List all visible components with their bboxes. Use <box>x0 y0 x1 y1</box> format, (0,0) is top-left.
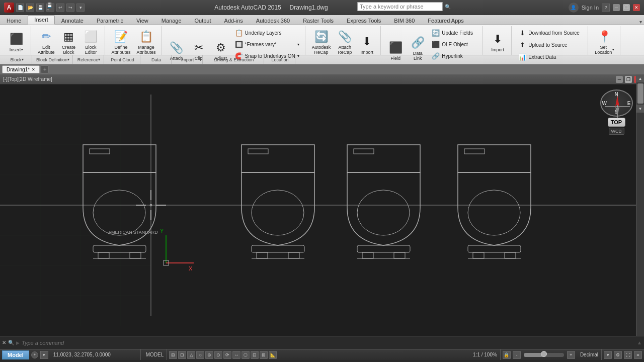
scroll-up-arrow[interactable]: ▲ <box>636 74 644 82</box>
new-tab-button[interactable]: + <box>41 65 49 73</box>
tab-output[interactable]: Output <box>188 16 218 25</box>
data-link-button[interactable]: 🔗 DataLink <box>407 33 428 62</box>
autodesk-recap-button[interactable]: 🔄 AutodeskReCap <box>309 27 334 56</box>
scroll-down-arrow[interactable]: ▼ <box>636 105 644 113</box>
custui-icon[interactable]: ≡ <box>634 351 642 359</box>
quick-access-new[interactable]: 📄 <box>16 4 24 12</box>
grid-display-icon[interactable]: ⊡ <box>178 351 186 359</box>
add-layout-button[interactable]: + <box>31 351 38 358</box>
layout-options-button[interactable]: ▾ <box>40 351 48 359</box>
window-restore[interactable]: ❐ <box>623 4 630 11</box>
insert-button[interactable]: ⬛ Insert▾ <box>5 30 28 54</box>
block-group-label[interactable]: Block <box>2 55 32 64</box>
command-input[interactable] <box>22 340 635 346</box>
attach-recap-icon: 📎 <box>337 29 353 45</box>
tab-rastertools[interactable]: Raster Tools <box>296 16 340 25</box>
svg-rect-40 <box>357 245 410 252</box>
search-input[interactable] <box>357 2 443 11</box>
extract-data-button[interactable]: 📊 Extract Data <box>516 51 585 62</box>
tab-bim360[interactable]: BIM 360 <box>387 16 421 25</box>
tab-expresstools[interactable]: Express Tools <box>340 16 387 25</box>
cmdline-close-icon[interactable]: ✕ <box>2 340 6 345</box>
tab-annotate[interactable]: Annotate <box>55 16 90 25</box>
tab-autodesk360[interactable]: Autodesk 360 <box>250 16 296 25</box>
quick-access-more[interactable]: ▾ <box>76 4 85 12</box>
quick-access-save[interactable]: 💾 <box>36 4 44 12</box>
drawing-tab-1[interactable]: Drawing1* ✕ <box>2 65 40 73</box>
recap-icon: 🔄 <box>313 29 329 45</box>
units-arrow-icon[interactable]: ▾ <box>604 351 612 359</box>
tab-close-icon[interactable]: ✕ <box>32 67 35 72</box>
fullscreen-icon[interactable]: ⛶ <box>624 351 632 359</box>
tab-parametric[interactable]: Parametric <box>90 16 130 25</box>
polar-icon[interactable]: ○ <box>196 351 204 359</box>
download-source-icon: ⬇ <box>518 29 526 37</box>
ole-object-button[interactable]: ⬛ OLE Object <box>429 39 479 50</box>
set-location-button[interactable]: 📍 SetLocation▾ <box>592 27 617 56</box>
zoom-out-icon[interactable]: - <box>513 351 521 359</box>
cmdline-search-icon[interactable]: 🔍 <box>8 340 14 345</box>
snap-grid-icon[interactable]: ⊞ <box>169 351 177 359</box>
search-bar[interactable]: 🔍 <box>357 2 451 11</box>
quick-access-redo[interactable]: ↪ <box>66 4 74 12</box>
viewport: [-][Top][2D Wireframe] ─ ❐ ✕ <box>0 74 644 336</box>
download-source-button[interactable]: ⬇ Download from Source <box>516 27 585 38</box>
app-logo[interactable]: A <box>4 3 14 13</box>
update-fields-button[interactable]: 🔄 Update Fields <box>429 27 479 38</box>
tab-manage[interactable]: Manage <box>155 16 188 25</box>
ribbon-options[interactable]: ▾ <box>639 19 642 25</box>
annotation-icon[interactable]: 📐 <box>269 351 277 359</box>
quick-access-saveas[interactable]: 💾+ <box>46 4 54 12</box>
ortho-icon[interactable]: △ <box>187 351 195 359</box>
underlay-layers-button[interactable]: 📋 Underlay Layers <box>232 27 302 38</box>
upload-source-button[interactable]: ⬆ Upload to Source <box>516 39 585 50</box>
osnap-icon[interactable]: ⊕ <box>205 351 213 359</box>
zoom-in-icon[interactable]: + <box>567 351 575 359</box>
tab-featuredapps[interactable]: Featured Apps <box>421 16 470 25</box>
viewport-lock-icon[interactable]: 🔒 <box>503 351 511 359</box>
dynucs-icon[interactable]: ⟳ <box>223 351 231 359</box>
tab-home[interactable]: Home <box>0 16 28 25</box>
tab-addins[interactable]: Add-ins <box>218 16 250 25</box>
command-line: ✕ 🔍 ▶ ▲ <box>0 336 644 349</box>
data-group-label: Data <box>141 55 172 64</box>
reference-group-label[interactable]: Reference <box>74 55 104 64</box>
window-minimize[interactable]: ─ <box>613 4 620 11</box>
signin-button[interactable]: Sign In <box>582 5 599 11</box>
model-tab-button[interactable]: Model <box>2 350 29 359</box>
zoom-slider[interactable] <box>524 353 564 357</box>
create-block-button[interactable]: ▦ CreateBlock <box>58 27 79 56</box>
block-editor-button[interactable]: ⬜ BlockEditor <box>80 27 102 56</box>
lineweight-icon[interactable]: ⬡ <box>242 351 250 359</box>
blockdef-group-label[interactable]: Block Definition <box>33 55 73 64</box>
attach-recap-button[interactable]: 📎 AttachReCap <box>334 27 355 56</box>
cmdline-expand-icon[interactable]: ▲ <box>637 340 642 345</box>
viewport-maximize[interactable]: ❐ <box>625 76 632 83</box>
define-attributes-button[interactable]: 📝 DefineAttributes <box>109 27 133 56</box>
dynin-icon[interactable]: ↔ <box>232 351 240 359</box>
otrack-icon[interactable]: ⊙ <box>214 351 222 359</box>
manage-attributes-button[interactable]: 📋 ManageAttributes <box>134 27 158 56</box>
frames-vary-button[interactable]: 🔲 *Frames vary* ▾ <box>232 39 302 50</box>
import-pointcloud-button[interactable]: ⬇ Import <box>356 32 377 56</box>
tab-insert[interactable]: Insert <box>28 15 55 25</box>
workspace-icon[interactable]: ⚙ <box>614 351 622 359</box>
quick-access-open[interactable]: 📂 <box>26 4 34 12</box>
field-button[interactable]: ⬛ Field <box>385 38 406 62</box>
quick-access-undo[interactable]: ↩ <box>56 4 64 12</box>
scroll-thumb[interactable] <box>637 83 643 104</box>
vertical-scrollbar[interactable]: ▲ ▼ <box>636 74 644 336</box>
ribbon-group-block: ✏ EditAttribute ▦ CreateBlock ⬜ BlockEdi… <box>32 26 105 55</box>
search-options-icon[interactable]: 🔍 <box>445 4 451 10</box>
tab-view[interactable]: View <box>130 16 155 25</box>
edit-attribute-button[interactable]: ✏ EditAttribute <box>35 27 57 56</box>
import-icon: ⬇ <box>490 31 506 47</box>
field-icon: ⬛ <box>387 40 404 56</box>
viewport-minimize[interactable]: ─ <box>616 76 623 83</box>
hyperlink-button[interactable]: 🔗 Hyperlink <box>429 50 479 61</box>
qs-icon[interactable]: ⊠ <box>260 351 268 359</box>
help-button[interactable]: ? <box>602 4 610 12</box>
transp-icon[interactable]: ⊟ <box>251 351 259 359</box>
import-button[interactable]: ⬇ Import <box>487 30 508 54</box>
window-close[interactable]: ✕ <box>633 4 640 11</box>
